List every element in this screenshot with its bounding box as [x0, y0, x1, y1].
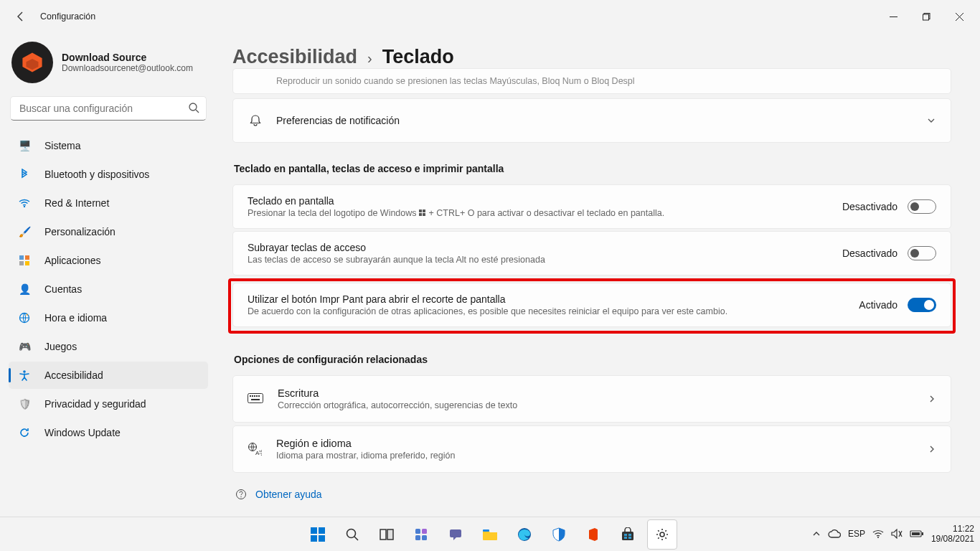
setting-desc: De acuerdo con la configuración de otras…	[248, 306, 727, 316]
chevron-right-icon: ›	[367, 50, 372, 67]
toggle-state-label: Desactivado	[842, 201, 897, 212]
wifi-icon[interactable]	[872, 529, 884, 538]
setting-desc: Reproducir un sonido cuando se presionen…	[248, 76, 635, 86]
setting-row[interactable]: Utilizar el botón Impr Pant para abrir e…	[232, 283, 951, 327]
account-block[interactable]: Download Source Downloadsourcenet@outloo…	[9, 37, 208, 96]
card-title: Preferencias de notificación	[276, 115, 400, 126]
sidebar-item-icon: 🖌️	[17, 226, 32, 237]
setting-row[interactable]: Teclado en pantallaPresionar la tecla de…	[232, 184, 951, 229]
svg-rect-25	[258, 395, 260, 397]
toggle-switch[interactable]	[908, 298, 936, 312]
onedrive-icon[interactable]	[828, 529, 841, 538]
sidebar-item-aplicaciones[interactable]: Aplicaciones	[9, 247, 208, 274]
office-button[interactable]	[578, 519, 608, 550]
battery-icon[interactable]	[910, 529, 924, 538]
sidebar-item-icon	[17, 312, 32, 324]
sidebar-item-red-internet[interactable]: Red & Internet	[9, 189, 208, 217]
svg-rect-32	[319, 527, 325, 534]
chevron-down-icon	[926, 116, 936, 126]
related-card[interactable]: EscrituraCorrección ortográfica, autocor…	[232, 375, 951, 423]
search-input[interactable]	[10, 96, 207, 121]
svg-line-36	[354, 537, 358, 540]
svg-line-8	[196, 110, 199, 113]
sidebar-item-juegos[interactable]: 🎮Juegos	[9, 333, 208, 360]
sidebar-item-bluetooth-y-dispositivos[interactable]: Bluetooth y dispositivos	[9, 161, 208, 188]
sidebar-item-label: Cuentas	[44, 283, 82, 295]
related-icon: A字	[248, 442, 262, 456]
sidebar-item-cuentas[interactable]: 👤Cuentas	[9, 276, 208, 303]
task-view-button[interactable]	[372, 519, 402, 550]
help-icon	[235, 489, 247, 500]
sidebar-item-label: Accesibilidad	[44, 369, 103, 381]
help-link[interactable]: Obtener ayuda	[232, 489, 951, 500]
svg-rect-22	[252, 395, 253, 397]
settings-taskbar-button[interactable]	[647, 519, 677, 550]
setting-title: Utilizar el botón Impr Pant para abrir e…	[248, 293, 727, 305]
account-name: Download Source	[62, 52, 193, 63]
sidebar-item-icon	[17, 427, 32, 438]
svg-point-35	[347, 529, 356, 537]
related-desc: Idioma para mostrar, idioma preferido, r…	[276, 451, 455, 461]
toggle-switch[interactable]	[908, 246, 936, 260]
sidebar-item-label: Bluetooth y dispositivos	[44, 169, 149, 180]
volume-icon[interactable]	[891, 529, 903, 539]
toggle-switch[interactable]	[908, 199, 936, 214]
related-title: Escritura	[278, 387, 517, 399]
sidebar-item-label: Windows Update	[44, 427, 121, 438]
sidebar-item-icon: 👤	[17, 283, 32, 295]
minimize-button[interactable]	[877, 5, 910, 28]
setting-row[interactable]: Subrayar teclas de accesoLas teclas de a…	[232, 231, 951, 276]
widgets-button[interactable]	[406, 519, 436, 550]
help-link-label: Obtener ayuda	[255, 489, 322, 500]
tray-chevron-icon[interactable]	[812, 529, 821, 538]
close-button[interactable]	[943, 5, 976, 28]
svg-point-30	[240, 496, 241, 497]
maximize-button[interactable]	[910, 5, 943, 28]
breadcrumb-parent[interactable]: Accesibilidad	[232, 46, 357, 68]
svg-point-52	[877, 537, 879, 538]
sidebar-item-label: Juegos	[44, 341, 77, 352]
svg-rect-49	[624, 537, 627, 539]
explorer-button[interactable]	[475, 519, 505, 550]
security-button[interactable]	[544, 519, 574, 550]
taskbar-search[interactable]	[337, 519, 367, 550]
bell-icon	[248, 114, 263, 127]
chat-button[interactable]	[440, 519, 471, 550]
svg-rect-57	[912, 532, 920, 535]
svg-rect-39	[415, 529, 420, 534]
notification-prefs-card[interactable]: Preferencias de notificación	[232, 98, 951, 143]
toggle-state-label: Activado	[859, 299, 897, 311]
setting-desc: Presionar la tecla del logotipo de Windo…	[248, 208, 664, 218]
edge-button[interactable]	[509, 519, 540, 550]
start-button[interactable]	[303, 519, 333, 550]
tray-clock[interactable]: 11:22 19/08/2021	[931, 524, 974, 545]
sidebar-item-hora-e-idioma[interactable]: Hora e idioma	[9, 304, 208, 331]
setting-title: Subrayar teclas de acceso	[248, 242, 545, 253]
back-button[interactable]	[9, 4, 33, 29]
sidebar-item-sistema[interactable]: 🖥️Sistema	[9, 132, 208, 159]
sidebar-item-windows-update[interactable]: Windows Update	[9, 419, 208, 446]
sidebar-item-icon: 🛡️	[17, 398, 32, 410]
clock-time: 11:22	[931, 524, 974, 534]
sidebar-item-personalizaci-n[interactable]: 🖌️Personalización	[9, 218, 208, 245]
svg-rect-21	[250, 395, 251, 397]
sidebar-item-icon	[17, 199, 32, 207]
svg-rect-12	[19, 261, 24, 265]
related-card[interactable]: A字Región e idiomaIdioma para mostrar, id…	[232, 425, 951, 473]
sidebar-item-label: Personalización	[44, 226, 116, 237]
svg-rect-34	[319, 535, 325, 542]
setting-card-toggle-sounds[interactable]: Reproducir un sonido cuando se presionen…	[232, 68, 951, 94]
sidebar-item-privacidad-y-seguridad[interactable]: 🛡️Privacidad y seguridad	[9, 390, 208, 418]
svg-rect-31	[311, 527, 317, 534]
store-button[interactable]	[613, 519, 643, 550]
svg-rect-26	[251, 399, 260, 400]
svg-rect-47	[624, 534, 627, 536]
svg-rect-23	[254, 395, 255, 397]
svg-rect-2	[923, 14, 928, 20]
tray-language[interactable]: ESP	[848, 529, 865, 539]
svg-rect-44	[483, 529, 489, 532]
sidebar-item-accesibilidad[interactable]: Accesibilidad	[9, 362, 208, 389]
related-title: Región e idioma	[276, 438, 455, 449]
svg-rect-40	[422, 529, 427, 534]
avatar	[11, 42, 53, 83]
